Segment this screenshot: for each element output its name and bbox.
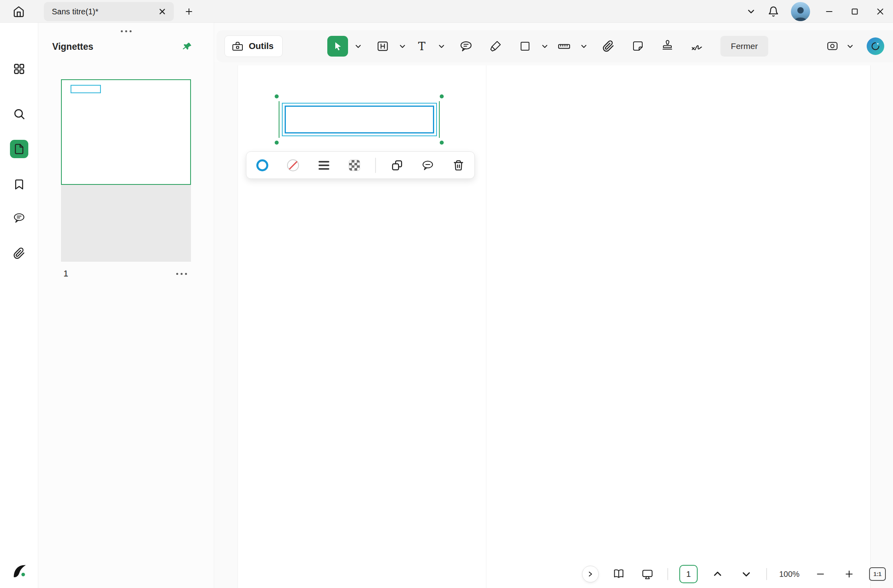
notifications-button[interactable] (762, 0, 785, 23)
page-down-icon (742, 569, 751, 579)
zoom-level: 100% (778, 570, 801, 579)
select-tool-button-active[interactable] (327, 36, 348, 57)
bookmarks-button[interactable] (9, 174, 29, 194)
pin-icon (182, 41, 192, 52)
tab-close-button[interactable] (155, 5, 169, 18)
panel-menu-button[interactable] (115, 26, 137, 36)
attachments-icon (13, 247, 25, 259)
text-tool-chevron[interactable] (437, 37, 446, 56)
document-canvas[interactable]: 1 100% (214, 62, 893, 588)
titlebar-right-controls (740, 0, 893, 23)
attachment-tool-button[interactable] (599, 37, 618, 56)
page-number-box[interactable]: 1 (679, 565, 698, 583)
attachments-button[interactable] (9, 243, 29, 263)
opacity-icon (349, 160, 360, 171)
user-avatar[interactable] (791, 2, 810, 21)
comment-tool-button[interactable] (456, 37, 476, 56)
shape-tool-chevron[interactable] (540, 37, 549, 56)
zoom-in-button[interactable] (840, 565, 858, 583)
ruler-tool-button[interactable] (555, 37, 574, 56)
zoom-in-icon (844, 569, 854, 579)
dropdown-chevron-icon (747, 8, 755, 16)
presentation-button[interactable] (639, 565, 656, 583)
page-thumbnail-lower (61, 185, 191, 262)
close-tools-button[interactable]: Fermer (720, 36, 768, 57)
page-down-button[interactable] (738, 565, 755, 583)
resize-handle-top-left[interactable] (275, 94, 279, 98)
home-button[interactable] (7, 3, 30, 20)
selected-textbox-annotation[interactable] (282, 103, 437, 136)
page-thumbnail[interactable] (61, 79, 191, 262)
book-view-icon (612, 567, 625, 581)
content-area: Outils (214, 23, 893, 588)
tool-group: T (327, 36, 768, 57)
book-view-button[interactable] (610, 565, 627, 583)
left-rail (0, 23, 38, 588)
notifications-bell-icon (768, 6, 779, 17)
expand-icon (587, 570, 594, 578)
resize-handle-top-right[interactable] (440, 94, 444, 98)
comments-button[interactable] (9, 208, 29, 228)
page-menu-dots-icon (176, 273, 187, 275)
expand-controls-button[interactable] (582, 566, 599, 582)
maximize-button[interactable] (842, 0, 867, 23)
document-tab[interactable]: Sans titre(1)* (44, 2, 174, 21)
search-button[interactable] (9, 104, 29, 124)
close-icon (876, 8, 884, 16)
resize-handle-bottom-right[interactable] (440, 141, 444, 145)
heading-tool-icon (376, 39, 389, 53)
page-up-button[interactable] (709, 565, 726, 583)
attachment-tool-icon (602, 40, 614, 52)
highlighter-tool-icon (489, 40, 502, 53)
ai-assistant-button[interactable] (867, 37, 884, 55)
line-style-button[interactable] (317, 157, 330, 174)
toolbar-right-group (823, 30, 884, 62)
controls-divider (766, 568, 767, 580)
pages-panel-icon (14, 143, 25, 155)
shape-tool-button[interactable] (515, 37, 535, 56)
screen-button[interactable] (823, 37, 842, 56)
ruler-tool-chevron[interactable] (579, 37, 588, 56)
thumbnail-label-row: 1 (61, 265, 191, 282)
panel-title: Vignettes (52, 41, 93, 52)
selection-edge-right (439, 101, 440, 138)
signature-tool-icon (690, 39, 704, 53)
minimize-button[interactable] (816, 0, 842, 23)
text-tool-button[interactable]: T (412, 37, 431, 56)
stroke-color-button[interactable] (256, 157, 269, 174)
highlighter-tool-button[interactable] (486, 37, 505, 56)
apps-grid-icon (13, 63, 26, 75)
panel-header: Vignettes (52, 38, 195, 55)
ruler-tool-icon (557, 39, 571, 53)
pages-panel-button-active[interactable] (10, 140, 28, 158)
opacity-button[interactable] (348, 157, 361, 174)
heading-tool-button[interactable] (373, 37, 392, 56)
no-fill-button[interactable] (287, 157, 300, 174)
pin-panel-button[interactable] (179, 38, 195, 55)
selection-edge-left (279, 101, 279, 138)
new-tab-button[interactable] (181, 4, 197, 20)
select-tool-chevron[interactable] (353, 37, 363, 56)
apps-grid-button[interactable] (9, 59, 29, 79)
resize-handle-bottom-left[interactable] (275, 141, 279, 145)
stamp-tool-button[interactable] (658, 37, 677, 56)
minimize-icon (825, 8, 833, 16)
app-window: Sans titre(1)* (0, 0, 893, 588)
actual-size-button[interactable]: 1:1 (869, 567, 886, 581)
delete-button[interactable] (452, 157, 465, 174)
sticker-tool-button[interactable] (628, 37, 647, 56)
pdf-page[interactable] (238, 65, 871, 588)
screen-chevron[interactable] (845, 37, 855, 56)
thumbnails-panel: Vignettes 1 (38, 23, 214, 588)
close-window-button[interactable] (867, 0, 893, 23)
duplicate-button[interactable] (390, 157, 403, 174)
titlebar-dropdown-button[interactable] (740, 0, 762, 23)
screen-icon (826, 39, 839, 53)
heading-tool-chevron[interactable] (397, 37, 407, 56)
tools-button[interactable]: Outils (224, 35, 283, 57)
comment-button[interactable] (421, 157, 434, 174)
signature-tool-button[interactable] (687, 37, 706, 56)
comment-tool-icon (459, 39, 473, 53)
page-options-button[interactable] (172, 267, 191, 280)
zoom-out-button[interactable] (812, 565, 829, 583)
